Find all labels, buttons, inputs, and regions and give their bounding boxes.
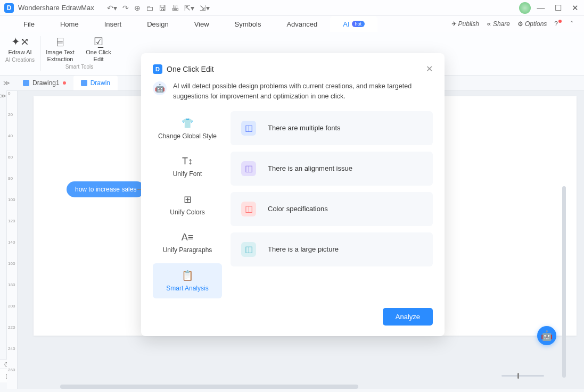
publish-button[interactable]: ✈ Publish [451,20,479,28]
modal-option[interactable]: A≡Unify Paragraphs [153,226,222,260]
modal-title: One Click Edit [167,65,214,73]
modal-option[interactable]: 👕Change Global Style [153,111,222,146]
vertical-ruler: 020406080100120140160180200220240260 [7,91,18,389]
export-icon[interactable]: ⇱▾ [184,4,194,12]
issue-text: There is a large picture [268,245,339,253]
edit-icon: ☑̲ [94,35,103,48]
share-button[interactable]: ∝ Share [487,20,510,28]
doc-icon [81,80,87,86]
menu-advanced[interactable]: Advanced [274,16,330,32]
issue-icon: ◫ [241,202,256,216]
collapse-ribbon-icon[interactable]: ˄ [570,20,573,28]
option-icon: 👕 [182,118,193,129]
doc-tab-1[interactable]: Drawing1 [15,76,73,90]
modal-option[interactable]: T↕Unify Font [153,149,222,184]
modal-body: 👕Change Global StyleT↕Unify Font⊞Unify C… [153,111,433,298]
open-icon[interactable]: 🗀 [146,4,153,12]
ai-icon: ✦⤧ [11,35,29,48]
modal-option[interactable]: 📋Smart Analysis [153,263,222,298]
help-icon[interactable]: ? [554,20,563,28]
quick-access: ↶▾ ↷ ⊕ 🗀 🖫 🖶 ⇱▾ ⇲▾ [107,4,210,12]
ruler-tick: 240 [7,346,17,368]
menu-insert[interactable]: Insert [92,16,135,32]
save-icon[interactable]: 🖫 [159,4,166,12]
option-icon: A≡ [182,232,194,243]
menu-home[interactable]: Home [47,16,92,32]
left-sidebar-collapsed[interactable]: ≫ [0,90,7,359]
issue-item[interactable]: ◫There is a large picture [231,232,433,266]
modal-option[interactable]: ⊞Unify Colors [153,187,222,222]
ai-assistant-float[interactable]: 🤖 [537,326,556,345]
option-label: Smart Analysis [166,285,208,292]
modal-logo: D [153,64,162,74]
edraw-ai-button[interactable]: ✦⤧ Edraw AI [6,35,35,56]
modal-intro-text: AI will detect possible design problems … [173,81,433,102]
issue-icon: ◫ [241,161,256,176]
tabs-overflow-icon[interactable]: ≫ [3,79,10,87]
ribbon-group-ai-creations: ✦⤧ Edraw AI AI Creations [0,32,40,75]
close-icon[interactable]: ✕ [570,3,580,13]
ruler-tick: 180 [7,282,17,304]
menu-ai[interactable]: AI hot [330,16,377,32]
horizontal-scrollbar[interactable] [60,385,358,389]
ruler-tick: 60 [7,155,17,176]
issue-text: Color specifications [268,205,328,213]
app-logo: D [4,3,14,13]
doc-tab-2[interactable]: Drawin [73,76,118,90]
menu-design[interactable]: Design [134,16,181,32]
import-icon[interactable]: ⇲▾ [200,4,210,12]
image-text-extraction-button[interactable]: ⌸ Image TextExtraction [46,35,75,63]
one-click-edit-modal: D One Click Edit ✕ 🤖 AI will detect poss… [141,53,445,336]
shape-topic[interactable]: how to increase sales [67,181,145,197]
print-icon[interactable]: 🖶 [171,4,179,12]
menu-symbols[interactable]: Symbols [222,16,274,32]
ruler-tick: 220 [7,325,17,346]
menubar: File Home Insert Design View Symbols Adv… [0,16,584,32]
ruler-tick: 140 [7,240,17,261]
option-label: Unify Font [173,170,202,178]
option-icon: 📋 [182,270,193,281]
new-icon[interactable]: ⊕ [134,4,141,12]
ruler-tick: 260 [7,368,17,389]
ruler-tick: 20 [7,112,17,134]
titlebar: D Wondershare EdrawMax ↶▾ ↷ ⊕ 🗀 🖫 🖶 ⇱▾ ⇲… [0,0,584,16]
user-avatar[interactable] [519,2,531,14]
issue-icon: ◫ [241,121,256,136]
ruler-tick: 160 [7,261,17,282]
ruler-tick: 200 [7,304,17,325]
issue-item[interactable]: ◫There is an alignment issue [231,152,433,186]
one-click-edit-button[interactable]: ☑̲ One ClickEdit [84,35,113,63]
option-icon: T↕ [182,156,193,167]
option-label: Unify Colors [170,208,204,216]
ruler-tick: 0 [7,91,17,112]
modal-intro: 🤖 AI will detect possible design problem… [153,81,433,102]
issue-item[interactable]: ◫There are multiple fonts [231,111,433,145]
update-dot [558,20,562,23]
doc-tab-label: Drawin [91,79,110,87]
ribbon-group-smart-tools: ⌸ Image TextExtraction ☑̲ One ClickEdit … [40,32,118,75]
analyze-button[interactable]: Analyze [383,308,433,326]
redo-icon[interactable]: ↷ [122,4,129,12]
ribbon-group-label: Smart Tools [65,64,94,70]
option-label: Unify Paragraphs [163,246,212,254]
modal-options: 👕Change Global StyleT↕Unify Font⊞Unify C… [153,111,222,298]
app-title: Wondershare EdrawMax [18,4,94,12]
zoom-slider[interactable] [501,375,544,377]
window-controls: — ☐ ✕ [536,3,580,13]
minimize-icon[interactable]: — [536,3,546,12]
ruler-tick: 80 [7,176,17,197]
menu-ai-label: AI [343,20,349,28]
options-button[interactable]: ⚙ Options [517,20,547,28]
modal-close-icon[interactable]: ✕ [426,64,433,74]
maximize-icon[interactable]: ☐ [553,3,563,13]
doc-tab-label: Drawing1 [32,79,60,87]
ruler-tick: 100 [7,197,17,219]
menu-file[interactable]: File [11,16,47,32]
issue-text: There is an alignment issue [268,164,352,172]
hot-badge: hot [352,21,365,27]
undo-icon[interactable]: ↶▾ [107,4,117,12]
modal-issues: ◫There are multiple fonts◫There is an al… [231,111,433,298]
issue-item[interactable]: ◫Color specifications [231,192,433,226]
vertical-scrollbar[interactable] [562,186,566,378]
menu-view[interactable]: View [182,16,222,32]
